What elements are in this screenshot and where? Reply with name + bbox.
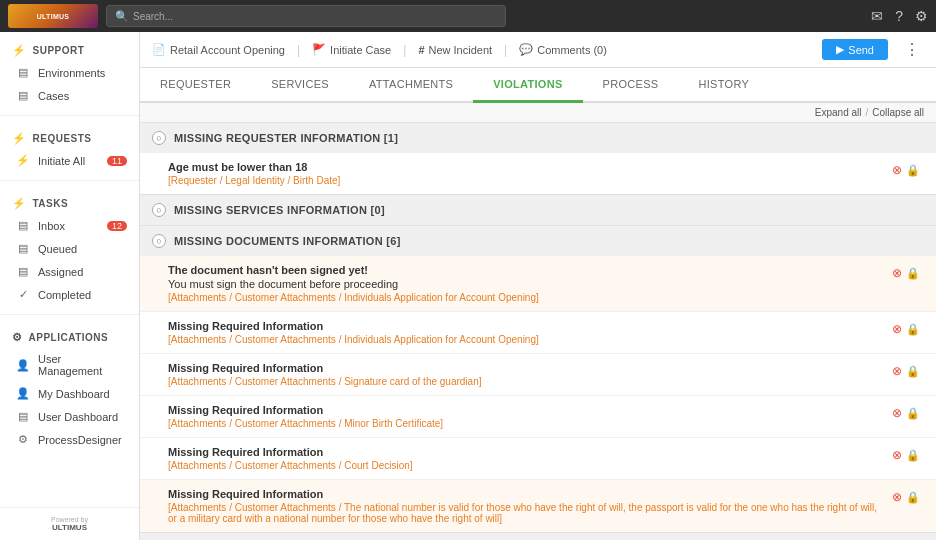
section-header-missing-requester[interactable]: ○ MISSING REQUESTER INFORMATION [1] xyxy=(140,123,936,153)
inbox-badge: 12 xyxy=(107,221,127,231)
violation-text-2-5: Missing Required Information [Attachment… xyxy=(168,488,888,524)
search-input[interactable]: 🔍 Search... xyxy=(106,5,506,27)
initiate-badge: 11 xyxy=(107,156,127,166)
toggle-missing-requester[interactable]: ○ xyxy=(152,131,166,145)
requests-icon: ⚡ xyxy=(12,132,27,145)
violation-text-2-4: Missing Required Information [Attachment… xyxy=(168,446,888,471)
help-icon[interactable]: ? xyxy=(895,8,903,24)
violation-title-2-4: Missing Required Information xyxy=(168,446,888,458)
cases-icon: ▤ xyxy=(16,89,30,102)
breadcrumb-initiate-case[interactable]: 🚩 Initiate Case xyxy=(312,43,391,56)
tab-process[interactable]: PROCESS xyxy=(583,68,679,103)
sidebar-item-initiate-all[interactable]: ⚡ Initiate All 11 xyxy=(0,149,139,172)
toggle-missing-documents[interactable]: ○ xyxy=(152,234,166,248)
hash-icon: # xyxy=(418,44,424,56)
lock-icon-2-4[interactable]: 🔒 xyxy=(906,449,920,462)
violation-title-0-0: Age must be lower than 18 xyxy=(168,161,888,173)
violation-item-2-0: The document hasn't been signed yet! You… xyxy=(140,256,936,312)
violation-path-2-2: [Attachments / Customer Attachments / Si… xyxy=(168,376,888,387)
violation-actions-2-4: ⊗ 🔒 xyxy=(892,448,920,462)
lock-icon-2-5[interactable]: 🔒 xyxy=(906,491,920,504)
tab-requester[interactable]: REQUESTER xyxy=(140,68,251,103)
collapse-all-button[interactable]: Collapse all xyxy=(872,107,924,118)
message-icon[interactable]: ✉ xyxy=(871,8,883,24)
error-icon-2-3[interactable]: ⊗ xyxy=(892,406,902,420)
sidebar-item-environments[interactable]: ▤ Environments xyxy=(0,61,139,84)
violation-text-2-1: Missing Required Information [Attachment… xyxy=(168,320,888,345)
sidebar-item-inbox[interactable]: ▤ Inbox 12 xyxy=(0,214,139,237)
lock-icon-2-1[interactable]: 🔒 xyxy=(906,323,920,336)
queued-icon: ▤ xyxy=(16,242,30,255)
lock-icon-2-3[interactable]: 🔒 xyxy=(906,407,920,420)
environments-icon: ▤ xyxy=(16,66,30,79)
assigned-icon: ▤ xyxy=(16,265,30,278)
user-dashboard-icon: ▤ xyxy=(16,410,30,423)
settings-icon[interactable]: ⚙ xyxy=(915,8,928,24)
breadcrumb-retail[interactable]: 📄 Retail Account Opening xyxy=(152,43,285,56)
doc-icon: 📄 xyxy=(152,43,166,56)
violation-item-2-4: Missing Required Information [Attachment… xyxy=(140,438,936,480)
violation-item-2-5: Missing Required Information [Attachment… xyxy=(140,480,936,532)
lock-icon-2-0[interactable]: 🔒 xyxy=(906,267,920,280)
logo-image: ULTIMUS xyxy=(8,4,98,28)
toggle-missing-services[interactable]: ○ xyxy=(152,203,166,217)
error-icon-0-0[interactable]: ⊗ xyxy=(892,163,902,177)
lock-icon-0-0[interactable]: 🔒 xyxy=(906,164,920,177)
expand-collapse-bar: Expand all / Collapse all xyxy=(140,103,936,123)
sidebar-item-process-designer[interactable]: ⚙ ProcessDesigner xyxy=(0,428,139,451)
tab-violations[interactable]: VIOLATIONS xyxy=(473,68,582,103)
sidebar-item-user-dashboard[interactable]: ▤ User Dashboard xyxy=(0,405,139,428)
violation-text-0-0: Age must be lower than 18 [Requester / L… xyxy=(168,161,888,186)
expand-all-button[interactable]: Expand all xyxy=(815,107,862,118)
sidebar-item-my-dashboard[interactable]: 👤 My Dashboard xyxy=(0,382,139,405)
tab-services[interactable]: SERVICES xyxy=(251,68,349,103)
send-icon: ▶ xyxy=(836,43,844,56)
tasks-icon: ⚡ xyxy=(12,197,27,210)
sidebar-item-assigned[interactable]: ▤ Assigned xyxy=(0,260,139,283)
send-button[interactable]: ▶ Send xyxy=(822,39,888,60)
section-missing-services: ○ MISSING SERVICES INFORMATION [0] xyxy=(140,195,936,226)
sidebar-section-title-support: ⚡ SUPPORT xyxy=(0,40,139,61)
lock-icon-2-2[interactable]: 🔒 xyxy=(906,365,920,378)
error-icon-2-0[interactable]: ⊗ xyxy=(892,266,902,280)
sidebar-item-completed[interactable]: ✓ Completed xyxy=(0,283,139,306)
completed-icon: ✓ xyxy=(16,288,30,301)
violation-title-2-3: Missing Required Information xyxy=(168,404,888,416)
sidebar-item-user-management[interactable]: 👤 User Management xyxy=(0,348,139,382)
top-icons: ✉ ? ⚙ xyxy=(871,8,928,24)
section-title-missing-services: MISSING SERVICES INFORMATION [0] xyxy=(174,204,385,216)
tab-attachments[interactable]: ATTACHMENTS xyxy=(349,68,473,103)
violation-item-2-2: Missing Required Information [Attachment… xyxy=(140,354,936,396)
more-options-button[interactable]: ⋮ xyxy=(900,38,924,61)
error-icon-2-5[interactable]: ⊗ xyxy=(892,490,902,504)
error-icon-2-4[interactable]: ⊗ xyxy=(892,448,902,462)
top-bar: ULTIMUS 🔍 Search... ✉ ? ⚙ xyxy=(0,0,936,32)
user-mgmt-icon: 👤 xyxy=(16,359,30,372)
violation-text-2-0: The document hasn't been signed yet! You… xyxy=(168,264,888,303)
sidebar-item-cases[interactable]: ▤ Cases xyxy=(0,84,139,107)
search-icon: 🔍 xyxy=(115,10,129,23)
violation-path-2-4: [Attachments / Customer Attachments / Co… xyxy=(168,460,888,471)
error-icon-2-2[interactable]: ⊗ xyxy=(892,364,902,378)
violation-item-2-1: Missing Required Information [Attachment… xyxy=(140,312,936,354)
sidebar-section-support: ⚡ SUPPORT ▤ Environments ▤ Cases xyxy=(0,32,139,111)
nav-tabs: REQUESTER SERVICES ATTACHMENTS VIOLATION… xyxy=(140,68,936,103)
section-header-missing-documents[interactable]: ○ MISSING DOCUMENTS INFORMATION [6] xyxy=(140,226,936,256)
violation-path-2-0: [Attachments / Customer Attachments / In… xyxy=(168,292,888,303)
section-missing-requester: ○ MISSING REQUESTER INFORMATION [1] Age … xyxy=(140,123,936,195)
tab-history[interactable]: HISTORY xyxy=(679,68,770,103)
violations-content: Expand all / Collapse all ○ MISSING REQU… xyxy=(140,103,936,540)
violation-text-2-3: Missing Required Information [Attachment… xyxy=(168,404,888,429)
error-icon-2-1[interactable]: ⊗ xyxy=(892,322,902,336)
sidebar-section-title-applications: ⚙ APPLICATIONS xyxy=(0,327,139,348)
breadcrumb-comments[interactable]: 💬 Comments (0) xyxy=(519,43,607,56)
search-placeholder: Search... xyxy=(133,11,173,22)
breadcrumb-new-incident[interactable]: # New Incident xyxy=(418,44,492,56)
section-header-other-missing[interactable]: ○ OTHER MISSING INFORMATION [1] xyxy=(140,533,936,540)
violation-text-2-2: Missing Required Information [Attachment… xyxy=(168,362,888,387)
sidebar-section-tasks: ⚡ TASKS ▤ Inbox 12 ▤ Queued ▤ Assigned ✓… xyxy=(0,185,139,310)
sidebar-section-applications: ⚙ APPLICATIONS 👤 User Management 👤 My Da… xyxy=(0,319,139,455)
section-title-missing-documents: MISSING DOCUMENTS INFORMATION [6] xyxy=(174,235,401,247)
sidebar-item-queued[interactable]: ▤ Queued xyxy=(0,237,139,260)
section-header-missing-services[interactable]: ○ MISSING SERVICES INFORMATION [0] xyxy=(140,195,936,225)
